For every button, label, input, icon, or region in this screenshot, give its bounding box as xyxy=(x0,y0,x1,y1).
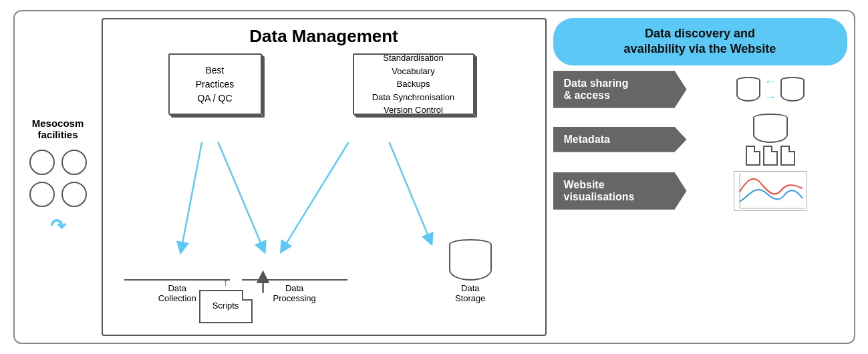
right-header: Data discovery and availability via the … xyxy=(553,18,847,65)
data-processing-label: DataProcessing xyxy=(273,283,315,303)
right-header-text: Data discovery and availability via the … xyxy=(624,27,776,55)
doc-pages-row xyxy=(746,146,795,166)
dm-top-section: BestPracticesQA / QC StandardisationVoca… xyxy=(112,53,536,120)
mini-cyl-body-2 xyxy=(780,80,805,102)
best-practices-stack: BestPracticesQA / QC xyxy=(168,53,267,120)
scripts-label: Scripts xyxy=(200,291,251,311)
svg-line-1 xyxy=(218,142,263,248)
dm-inner: BestPracticesQA / QC StandardisationVoca… xyxy=(112,53,536,323)
exchange-arrows-icon: ← → xyxy=(764,75,776,104)
visualisations-text: Websitevisualisations xyxy=(564,179,635,202)
meta-cylinder xyxy=(753,114,788,143)
metadata-icon-group xyxy=(746,114,795,166)
metadata-icons xyxy=(694,114,847,166)
visualisations-banner: Websitevisualisations xyxy=(553,172,687,210)
chart-icon xyxy=(734,171,807,211)
doc-front-std: StandardisationVocabularyBackupsData Syn… xyxy=(353,53,474,115)
meta-cyl-body xyxy=(753,118,788,143)
scripts-area: ↑ Scripts xyxy=(199,277,253,323)
data-sharing-icons: ← → xyxy=(694,75,847,104)
standardisation-stack: StandardisationVocabularyBackupsData Syn… xyxy=(353,53,480,120)
svg-line-2 xyxy=(283,142,349,248)
svg-line-0 xyxy=(181,142,201,248)
circle-2 xyxy=(61,150,87,175)
doc-page-3 xyxy=(780,146,795,166)
right-arrow-icon: → xyxy=(764,90,776,104)
mesocosm-title: Mesocosm facilities xyxy=(32,118,84,140)
visualisations-row: Websitevisualisations xyxy=(553,171,847,211)
doc-page-1 xyxy=(746,146,760,166)
doc-front-bp: BestPracticesQA / QC xyxy=(168,53,262,115)
circle-4 xyxy=(61,182,87,207)
circles-grid xyxy=(29,150,87,207)
filled-cylinder-icon xyxy=(736,77,760,102)
bp-text: BestPracticesQA / QC xyxy=(196,63,235,106)
main-diagram: Mesocosm facilities ↷ Data Management Be… xyxy=(13,10,855,344)
visualisations-icons xyxy=(694,171,847,211)
down-arrow-icon: ↷ xyxy=(50,215,65,237)
data-sharing-row: Data sharing& access ← → xyxy=(553,71,847,108)
dm-flow-section: DataCollection DataProcessing xyxy=(112,124,536,323)
bottom-flow-row: DataCollection DataProcessing xyxy=(112,239,536,303)
data-sharing-banner: Data sharing& access xyxy=(553,71,687,108)
data-sharing-text: Data sharing& access xyxy=(564,77,629,101)
data-storage-label: DataStorage xyxy=(455,283,486,303)
scripts-box: Scripts xyxy=(199,290,253,323)
metadata-banner: Metadata xyxy=(553,127,687,152)
data-management-title: Data Management xyxy=(112,26,536,47)
scripts-arrow-icon: ↑ xyxy=(223,277,229,289)
svg-line-3 xyxy=(389,142,430,240)
cyl-body xyxy=(449,244,492,281)
left-panel: Mesocosm facilities ↷ xyxy=(21,18,95,336)
metadata-row: Metadata xyxy=(553,114,847,166)
storage-cylinder xyxy=(449,239,492,281)
metadata-text: Metadata xyxy=(564,134,610,145)
left-arrow-icon: ← xyxy=(764,75,776,89)
outline-cylinder-icon xyxy=(780,77,805,102)
chart-svg xyxy=(734,172,807,211)
data-processing-item: DataProcessing xyxy=(236,279,353,303)
right-panel: Data discovery and availability via the … xyxy=(553,18,847,336)
circle-1 xyxy=(29,150,55,175)
mini-cyl-body-1 xyxy=(736,80,760,102)
middle-panel: Data Management BestPracticesQA / QC xyxy=(102,18,547,336)
data-storage-item: DataStorage xyxy=(412,239,529,303)
doc-page-2 xyxy=(763,146,778,166)
circle-3 xyxy=(29,182,55,207)
processing-line xyxy=(242,279,347,281)
std-text: StandardisationVocabularyBackupsData Syn… xyxy=(372,51,455,117)
data-collection-label: DataCollection xyxy=(158,283,196,303)
